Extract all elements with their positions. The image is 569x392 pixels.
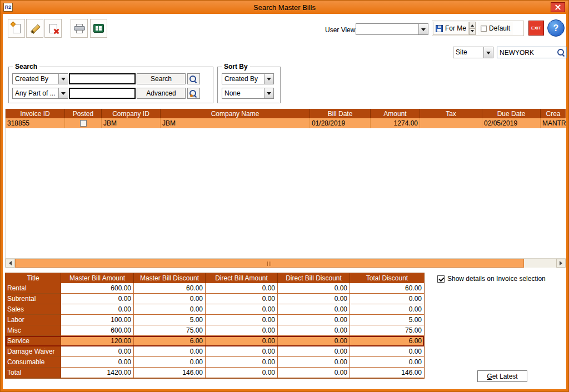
column-header-company-name[interactable]: Company Name	[161, 109, 310, 118]
cell: 0.00	[134, 346, 206, 357]
close-button[interactable]	[551, 2, 565, 12]
cell: 146.00	[134, 368, 206, 378]
view-spinner	[469, 22, 476, 35]
site-combo[interactable]: Site	[453, 47, 493, 58]
cell: 60.00	[134, 283, 206, 294]
match-value-input[interactable]	[69, 88, 136, 99]
column-header-invoice-id[interactable]: Invoice ID	[6, 109, 65, 118]
invoice-row[interactable]: 318855 JBM JBM 01/28/2019 1274.00 02/05/…	[6, 118, 566, 128]
print-button[interactable]	[71, 19, 88, 38]
column-header-created-by[interactable]: Crea	[541, 109, 566, 118]
quick-search-button[interactable]	[187, 73, 200, 84]
bill-detail-grid: Title Master Bill Amount Master Bill Dis…	[5, 273, 425, 379]
detail-row-rental[interactable]: Rental 600.00 60.00 0.00 0.00 60.00	[6, 283, 424, 294]
sort-groupbox: Sort By Created By None	[217, 67, 281, 103]
exit-button[interactable]: EXIT	[528, 21, 544, 36]
advanced-search-button[interactable]	[187, 88, 200, 99]
delete-bill-button[interactable]	[44, 19, 62, 38]
detail-header-master-bill-discount: Master Bill Discount	[134, 273, 206, 283]
show-details-option[interactable]: Show details on Invoice selection	[437, 275, 546, 283]
search-legend: Search	[13, 63, 39, 71]
detail-row-service[interactable]: Service 120.00 6.00 0.00 0.00 6.00	[6, 336, 424, 346]
default-view-button[interactable]: Default	[478, 22, 513, 35]
get-latest-button[interactable]: Get Latest	[477, 370, 527, 382]
sort-primary-combo[interactable]: Created By	[222, 73, 274, 84]
posted-cell	[65, 118, 102, 128]
export-grid-button[interactable]	[90, 19, 107, 38]
chevron-down-icon[interactable]	[264, 88, 273, 98]
column-header-tax[interactable]: Tax	[420, 109, 482, 118]
column-header-bill-date[interactable]: Bill Date	[310, 109, 371, 118]
cell: 0.00	[206, 357, 278, 368]
new-bill-button[interactable]	[8, 19, 25, 38]
scrollbar-thumb[interactable]	[15, 259, 524, 268]
spinner-down-icon[interactable]	[470, 29, 475, 35]
advanced-button[interactable]: Advanced	[137, 88, 186, 99]
edit-bill-button[interactable]	[26, 19, 43, 38]
search-value-input[interactable]	[69, 73, 136, 84]
sort-secondary-combo[interactable]: None	[222, 88, 274, 99]
chevron-down-icon[interactable]	[58, 88, 68, 98]
match-type-combo[interactable]: Any Part of ...	[12, 88, 68, 99]
cell: 6.00	[350, 336, 424, 346]
cell: 5.00	[350, 315, 424, 325]
window-title: Search Master Bills	[1, 3, 568, 12]
row-title: Labor	[6, 315, 61, 325]
row-title: Subrental	[6, 294, 61, 304]
row-title: Total	[6, 368, 61, 378]
titlebar[interactable]: R2 Search Master Bills	[1, 1, 568, 14]
row-title: Consumable	[6, 357, 61, 368]
sort-legend: Sort By	[222, 63, 250, 71]
detail-row-misc[interactable]: Misc 600.00 75.00 0.00 0.00 75.00	[6, 325, 424, 336]
cell: 0.00	[350, 294, 424, 304]
column-header-due-date[interactable]: Due Date	[482, 109, 541, 118]
for-me-button[interactable]: For Me	[433, 22, 469, 35]
scrollbar-track[interactable]	[15, 259, 556, 268]
chevron-down-icon[interactable]	[264, 74, 273, 84]
scroll-right-icon[interactable]	[556, 259, 566, 268]
detail-header-direct-bill-discount: Direct Bill Discount	[278, 273, 350, 283]
chevron-down-icon[interactable]	[418, 24, 428, 34]
cell: 146.00	[350, 368, 424, 378]
user-view-combo[interactable]	[356, 23, 428, 35]
help-button[interactable]: ?	[547, 19, 565, 37]
search-field-combo[interactable]: Created By	[12, 73, 68, 84]
row-title: Service	[6, 336, 61, 346]
detail-row-labor[interactable]: Labor 100.00 5.00 0.00 0.00 5.00	[6, 315, 424, 325]
invoice-grid-header: Invoice ID Posted Company ID Company Nam…	[6, 109, 566, 118]
search-groupbox: Search Created By Search Any Part of ...…	[8, 67, 213, 103]
cell: 0.00	[206, 304, 278, 315]
cell: 120.00	[61, 336, 134, 346]
detail-row-sales[interactable]: Sales 0.00 0.00 0.00 0.00 0.00	[6, 304, 424, 315]
posted-checkbox[interactable]	[80, 120, 87, 127]
show-details-checkbox[interactable]	[437, 275, 445, 283]
get-latest-accel: G	[487, 373, 492, 380]
site-value: NEWYORK	[497, 49, 557, 57]
cell: 0.00	[206, 346, 278, 357]
search-icon[interactable]	[557, 48, 565, 57]
for-me-label: For Me	[445, 24, 466, 32]
chevron-down-icon[interactable]	[58, 74, 68, 84]
detail-row-subrental[interactable]: Subrental 0.00 0.00 0.00 0.00 0.00	[6, 294, 424, 304]
get-latest-rest: et Latest	[492, 373, 518, 380]
view-options-panel: For Me Default	[432, 21, 524, 36]
site-search-field[interactable]: NEWYORK	[497, 47, 567, 58]
cell: 0.00	[61, 304, 134, 315]
detail-row-total[interactable]: Total 1420.00 146.00 0.00 0.00 146.00	[6, 368, 424, 378]
column-header-company-id[interactable]: Company ID	[102, 109, 161, 118]
cell: 0.00	[278, 304, 350, 315]
search-master-bills-window: R2 Search Master Bills User View For Me	[0, 0, 569, 392]
cell: 0.00	[350, 304, 424, 315]
advanced-search-icon	[189, 89, 197, 98]
default-label: Default	[489, 24, 510, 32]
spinner-up-icon[interactable]	[470, 22, 475, 29]
column-header-amount[interactable]: Amount	[371, 109, 420, 118]
amount-cell: 1274.00	[371, 118, 420, 128]
detail-row-damage-waiver[interactable]: Damage Waiver 0.00 0.00 0.00 0.00 0.00	[6, 346, 424, 357]
horizontal-scrollbar[interactable]	[6, 258, 566, 268]
search-button[interactable]: Search	[137, 73, 186, 84]
chevron-down-icon[interactable]	[483, 47, 493, 58]
detail-row-consumable[interactable]: Consumable 0.00 0.00 0.00 0.00 0.00	[6, 357, 424, 368]
scroll-left-icon[interactable]	[6, 259, 15, 268]
column-header-posted[interactable]: Posted	[65, 109, 102, 118]
